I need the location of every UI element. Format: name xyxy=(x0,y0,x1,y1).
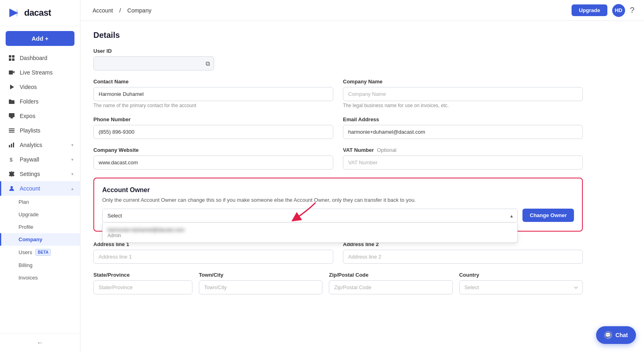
address-section: Address line 1 Address line 2 State/Prov… xyxy=(93,241,583,294)
logo: dacast xyxy=(0,0,80,26)
copy-icon[interactable]: ⧉ xyxy=(206,60,210,67)
address-line2-input[interactable] xyxy=(343,250,583,264)
sidebar-subitem-label-billing: Billing xyxy=(19,262,33,268)
svg-rect-5 xyxy=(12,58,14,61)
back-icon[interactable]: ← xyxy=(37,339,44,347)
sidebar-item-settings[interactable]: Settings ▾ xyxy=(0,167,80,181)
add-button[interactable]: Add + xyxy=(6,31,74,46)
sidebar-subitem-users[interactable]: Users BETA xyxy=(0,246,80,259)
sidebar-item-label-dashboard: Dashboard xyxy=(20,55,74,61)
sidebar-item-account[interactable]: Account ▴ xyxy=(0,181,80,196)
change-owner-button[interactable]: Change Owner xyxy=(522,209,574,222)
chat-label: Chat xyxy=(615,332,628,338)
phone-label: Phone Number xyxy=(93,116,333,122)
sidebar-nav: Dashboard Live Streams Videos Folders xyxy=(0,51,80,333)
sidebar-subitem-profile[interactable]: Profile xyxy=(0,221,80,233)
phone-email-row: Phone Number Email Address xyxy=(93,116,583,139)
sidebar-item-dashboard[interactable]: Dashboard xyxy=(0,51,80,65)
svg-rect-3 xyxy=(12,55,14,58)
avatar[interactable]: HD xyxy=(612,4,625,17)
user-id-wrapper: ⧉ xyxy=(93,56,214,70)
breadcrumb-current: Company xyxy=(127,7,151,14)
state-col: State/Province xyxy=(93,272,192,294)
breadcrumb: Account / Company xyxy=(90,7,154,14)
contact-name-label: Contact Name xyxy=(93,79,333,85)
owner-select-wrapper: Select ▴ harmonie+duhamel@dacast.com Adm… xyxy=(102,209,518,223)
sidebar-item-live-streams[interactable]: Live Streams xyxy=(0,65,80,80)
company-name-input[interactable] xyxy=(343,87,583,101)
bar-chart-icon xyxy=(8,142,16,148)
sidebar-item-label-analytics: Analytics xyxy=(20,142,71,148)
sidebar-subitem-invoices[interactable]: Invoices xyxy=(0,271,80,284)
sidebar-subitem-upgrade[interactable]: Upgrade xyxy=(0,208,80,221)
help-icon[interactable]: ? xyxy=(630,6,634,15)
sidebar-item-expos[interactable]: Expos xyxy=(0,109,80,123)
sidebar-item-analytics[interactable]: Analytics ▾ xyxy=(0,138,80,152)
sidebar-subitem-label-invoices: Invoices xyxy=(19,275,38,281)
chevron-up-icon-account: ▴ xyxy=(71,186,74,191)
website-input[interactable] xyxy=(93,155,333,170)
sidebar-subitem-label-upgrade: Upgrade xyxy=(19,211,39,217)
website-label: Company Website xyxy=(93,147,333,153)
sidebar-subitem-plan[interactable]: Plan xyxy=(0,196,80,208)
svg-marker-1 xyxy=(17,8,18,17)
chat-bubble-icon: 💬 xyxy=(604,331,612,339)
play-icon xyxy=(8,84,16,90)
contact-name-hint: The name of the primary contact for the … xyxy=(93,103,333,108)
sidebar-subitem-label-users: Users xyxy=(19,249,32,255)
svg-point-15 xyxy=(10,186,13,188)
country-select[interactable]: Select xyxy=(459,280,583,294)
state-city-zip-country-row: State/Province Town/City Zip/Postal Code… xyxy=(93,272,583,294)
sidebar-item-label-videos: Videos xyxy=(20,84,74,90)
country-col: Country Select xyxy=(459,272,583,294)
list-icon xyxy=(8,127,16,134)
website-vat-row: Company Website VAT Number Optional xyxy=(93,147,583,170)
upgrade-button[interactable]: Upgrade xyxy=(572,4,607,16)
state-input[interactable] xyxy=(93,280,192,294)
sidebar-item-folders[interactable]: Folders xyxy=(0,94,80,109)
chevron-down-icon-paywall: ▾ xyxy=(71,157,74,162)
content-area: Details User ID ⧉ Contact Name The name … xyxy=(80,21,644,352)
sidebar-bottom: ← xyxy=(0,333,80,352)
svg-rect-6 xyxy=(9,70,13,75)
city-input[interactable] xyxy=(199,280,322,294)
sidebar-subitem-billing[interactable]: Billing xyxy=(0,259,80,271)
svg-text:$: $ xyxy=(10,157,13,163)
dollar-icon: $ xyxy=(8,156,16,163)
owner-dropdown-item[interactable]: harmonie+duhamel@dacast.com Admin xyxy=(103,223,517,242)
sidebar-item-label-folders: Folders xyxy=(20,98,74,105)
user-id-input[interactable] xyxy=(93,56,214,70)
svg-rect-2 xyxy=(9,55,11,58)
sidebar-subitem-company[interactable]: Company xyxy=(0,233,80,246)
email-input[interactable] xyxy=(343,125,583,139)
users-beta-badge: BETA xyxy=(35,249,51,256)
vat-input[interactable] xyxy=(343,155,583,170)
contact-name-input[interactable] xyxy=(93,87,333,101)
vat-label: VAT Number Optional xyxy=(343,147,583,153)
grid-icon xyxy=(8,55,16,61)
email-label: Email Address xyxy=(343,116,583,122)
sidebar-item-videos[interactable]: Videos xyxy=(0,80,80,94)
phone-col: Phone Number xyxy=(93,116,333,139)
zip-input[interactable] xyxy=(329,280,452,294)
main-area: Account / Company Upgrade HD ? Details U… xyxy=(80,0,644,352)
person-icon xyxy=(8,185,16,192)
phone-input[interactable] xyxy=(93,125,333,139)
content-inner: Details User ID ⧉ Contact Name The name … xyxy=(80,21,596,312)
address-line1-col: Address line 1 xyxy=(93,241,333,264)
sidebar-item-paywall[interactable]: $ Paywall ▾ xyxy=(0,152,80,167)
chevron-down-icon: ▾ xyxy=(71,143,74,148)
city-label: Town/City xyxy=(199,272,322,278)
sidebar-item-playlists[interactable]: Playlists xyxy=(0,123,80,138)
svg-rect-9 xyxy=(9,130,14,131)
owner-dropdown: harmonie+duhamel@dacast.com Admin xyxy=(102,223,518,243)
company-name-col: Company Name The legal business name for… xyxy=(343,79,583,108)
breadcrumb-parent: Account xyxy=(93,7,113,14)
chat-button[interactable]: 💬 Chat xyxy=(596,326,636,344)
contact-company-row: Contact Name The name of the primary con… xyxy=(93,79,583,108)
sidebar-subitem-label-plan: Plan xyxy=(19,199,29,205)
email-col: Email Address xyxy=(343,116,583,139)
sidebar-subitem-label-company: Company xyxy=(19,236,42,242)
owner-select[interactable]: Select xyxy=(102,209,518,223)
address-line1-input[interactable] xyxy=(93,250,333,264)
